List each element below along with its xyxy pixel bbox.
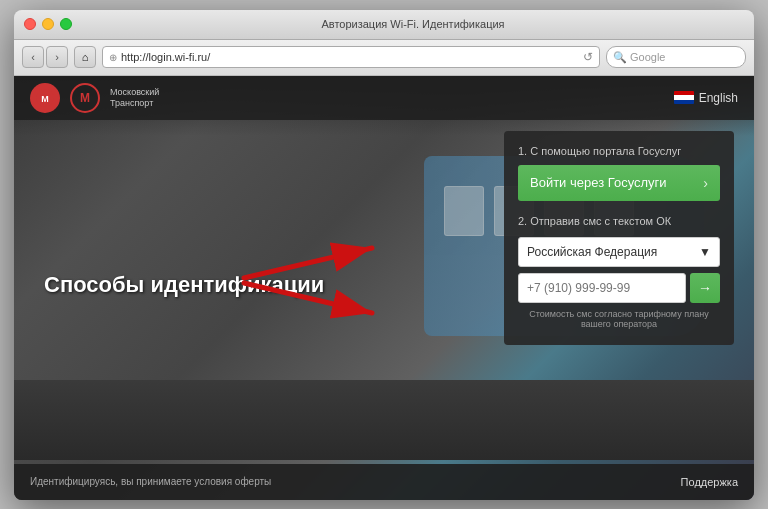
footer-terms: Идентифицируясь, вы принимаете условия о… <box>30 476 271 487</box>
country-select[interactable]: Российская Федерация ▼ <box>518 237 720 267</box>
traffic-lights <box>24 18 72 30</box>
country-value: Российская Федерация <box>527 245 657 259</box>
arrow-right-icon: → <box>698 280 712 296</box>
phone-submit-button[interactable]: → <box>690 273 720 303</box>
logo-text-line2: Транспорт <box>110 98 159 109</box>
arrows-svg <box>234 228 384 348</box>
moscow-logo: М <box>30 83 60 113</box>
svg-line-4 <box>244 248 372 278</box>
refresh-button[interactable]: ↺ <box>583 50 593 64</box>
home-icon: ⌂ <box>82 51 89 63</box>
right-panel: 1. С помощью портала Госуслуг Войти чере… <box>504 131 734 345</box>
lock-icon: ⊕ <box>109 52 117 63</box>
home-button[interactable]: ⌂ <box>74 46 96 68</box>
maximize-button[interactable] <box>60 18 72 30</box>
browser-content: М M Московский Транспорт English <box>14 76 754 500</box>
search-bar[interactable]: 🔍 Google <box>606 46 746 68</box>
moscow-coat-icon: М <box>35 88 55 108</box>
phone-input[interactable] <box>518 273 686 303</box>
section1-label: 1. С помощью портала Госуслуг <box>518 145 720 157</box>
sms-note: Стоимость смс согласно тарифному плану в… <box>518 309 720 329</box>
logo-text-line1: Московский <box>110 87 159 98</box>
gosuslugi-chevron-icon: › <box>703 175 708 191</box>
content-footer: Идентифицируясь, вы принимаете условия о… <box>14 464 754 500</box>
url-text: http://login.wi-fi.ru/ <box>121 51 210 63</box>
address-bar[interactable]: ⊕ http://login.wi-fi.ru/ ↺ <box>102 46 600 68</box>
section2-label: 2. Отправив смс с текстом ОК <box>518 215 720 227</box>
metro-platform <box>14 380 754 460</box>
mac-window: Авторизация Wi-Fi. Идентификация ‹ › ⌂ ⊕… <box>14 10 754 500</box>
forward-button[interactable]: › <box>46 46 68 68</box>
back-button[interactable]: ‹ <box>22 46 44 68</box>
metro-window <box>444 186 484 236</box>
phone-row: → <box>518 273 720 303</box>
svg-line-5 <box>244 283 372 313</box>
svg-text:М: М <box>41 94 49 104</box>
nav-buttons: ‹ › <box>22 46 68 68</box>
browser-toolbar: ‹ › ⌂ ⊕ http://login.wi-fi.ru/ ↺ 🔍 Googl… <box>14 40 754 76</box>
logo-area: М M Московский Транспорт <box>30 83 159 113</box>
title-bar: Авторизация Wi-Fi. Идентификация <box>14 10 754 40</box>
metro-m-icon: M <box>80 91 90 105</box>
logo-text: Московский Транспорт <box>110 87 159 109</box>
search-icon: 🔍 <box>613 51 627 64</box>
language-selector[interactable]: English <box>674 91 738 105</box>
close-button[interactable] <box>24 18 36 30</box>
lang-label: English <box>699 91 738 105</box>
window-title: Авторизация Wi-Fi. Идентификация <box>82 18 744 30</box>
gosuslugi-button[interactable]: Войти через Госуслуги › <box>518 165 720 201</box>
gosuslugi-button-label: Войти через Госуслуги <box>530 175 667 190</box>
country-chevron-icon: ▼ <box>699 245 711 259</box>
arrows-container <box>234 228 384 348</box>
uk-flag-icon <box>674 91 694 104</box>
minimize-button[interactable] <box>42 18 54 30</box>
metro-logo: M <box>70 83 100 113</box>
content-topbar: М M Московский Транспорт English <box>14 76 754 120</box>
search-placeholder: Google <box>630 51 665 63</box>
flag-bot <box>674 100 694 104</box>
footer-support[interactable]: Поддержка <box>681 476 738 488</box>
section2-divider: 2. Отправив смс с текстом ОК <box>518 215 720 227</box>
